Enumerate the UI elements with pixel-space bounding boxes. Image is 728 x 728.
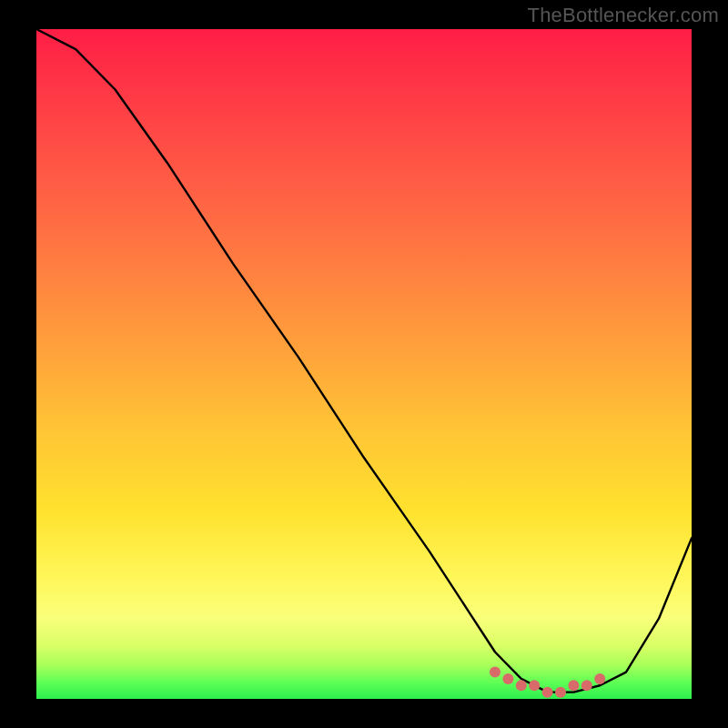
attribution-label: TheBottlenecker.com: [528, 4, 719, 27]
trough-marker: [568, 680, 579, 691]
trough-marker: [555, 687, 566, 698]
trough-marker: [529, 680, 540, 691]
trough-marker: [542, 687, 553, 698]
trough-marker: [516, 680, 527, 691]
chart-frame: TheBottlenecker.com: [0, 0, 728, 728]
trough-marker-group: [490, 667, 605, 698]
plot-area: [36, 29, 692, 699]
trough-marker: [490, 667, 500, 678]
trough-marker: [502, 673, 513, 684]
trough-marker: [581, 680, 592, 691]
bottleneck-curve-path: [36, 29, 692, 693]
curve-layer: [36, 29, 692, 699]
trough-marker: [594, 673, 605, 684]
